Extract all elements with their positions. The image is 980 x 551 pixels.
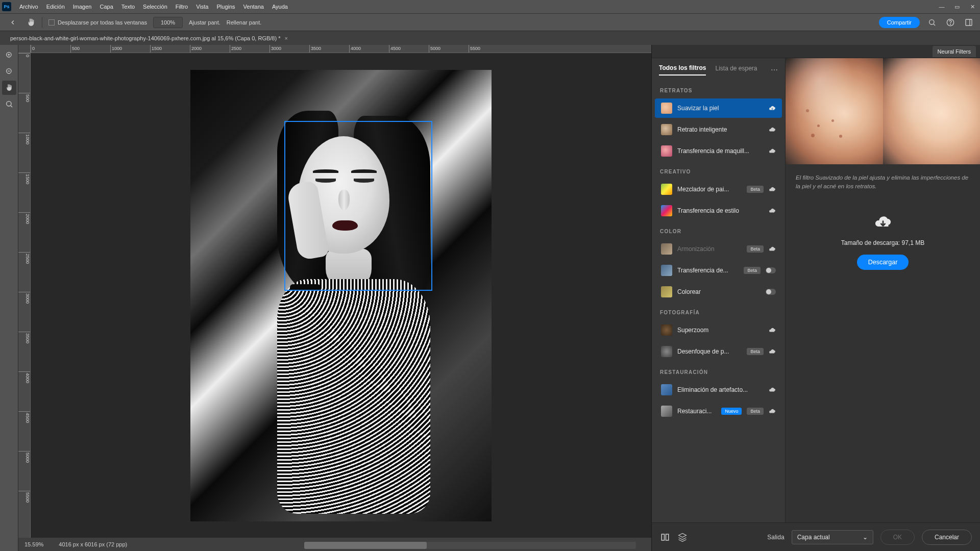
cloud-download-icon[interactable]	[769, 126, 776, 133]
canvas-area[interactable]: 0500100015002000250030003500400045005000…	[18, 45, 651, 551]
menu-edicion[interactable]: Edición	[42, 2, 69, 12]
help-icon[interactable]	[944, 16, 957, 29]
filter-transferencia-color[interactable]: Transferencia de... Beta	[655, 261, 782, 280]
svg-rect-4	[966, 19, 972, 26]
preview-before	[786, 58, 883, 164]
cancel-button[interactable]: Cancelar	[922, 530, 972, 545]
document-title: person-black-and-white-girl-woman-white-…	[10, 35, 281, 41]
cloud-download-icon[interactable]	[769, 327, 776, 334]
cloud-download-icon[interactable]	[769, 207, 776, 214]
filter-detail-column: El filtro Suavizado de la piel ajusta y …	[786, 58, 980, 522]
section-fotografia: FOTOGRAFÍA	[652, 303, 785, 319]
layers-icon[interactable]	[677, 532, 688, 542]
cloud-download-icon[interactable]	[769, 245, 776, 253]
filter-suavizar-piel[interactable]: Suavizar la piel	[655, 98, 782, 118]
menu-ventana[interactable]: Ventana	[239, 2, 268, 12]
beta-badge: Beta	[747, 186, 764, 193]
fit-screen-button[interactable]: Ajustar pant.	[189, 19, 220, 26]
filter-toggle[interactable]	[766, 267, 776, 273]
menu-seleccion[interactable]: Selección	[139, 2, 172, 12]
menu-archivo[interactable]: Archivo	[15, 2, 42, 12]
filter-mezclador-paisajes[interactable]: Mezclador de pai... Beta	[655, 180, 782, 199]
vertical-ruler: 0500100015002000250030003500400045005000…	[18, 53, 31, 538]
filter-description: El filtro Suavizado de la piel ajusta y …	[786, 164, 980, 195]
close-button[interactable]: ✕	[965, 1, 980, 13]
menu-vista[interactable]: Vista	[192, 2, 212, 12]
nuevo-badge: Nuevo	[721, 408, 742, 415]
before-after-preview	[786, 58, 980, 164]
section-restauracion: RESTAURACIÓN	[652, 362, 785, 379]
minimize-button[interactable]: —	[934, 1, 949, 13]
document-canvas[interactable]	[190, 70, 492, 521]
menu-texto[interactable]: Texto	[117, 2, 139, 12]
tool-strip	[0, 45, 18, 551]
hand-tool-icon	[27, 18, 36, 27]
filter-superzoom[interactable]: Superzoom	[655, 320, 782, 340]
filter-armonizacion[interactable]: Armonización Beta	[655, 239, 782, 259]
cloud-download-icon[interactable]	[769, 147, 776, 155]
ok-button[interactable]: OK	[880, 530, 915, 545]
filter-thumbnail	[661, 103, 672, 114]
horizontal-scrollbar[interactable]	[304, 542, 636, 549]
filter-retrato-inteligente[interactable]: Retrato inteligente	[655, 120, 782, 139]
chevron-down-icon: ⌄	[863, 534, 868, 541]
maximize-button[interactable]: ▭	[949, 1, 965, 13]
search-icon[interactable]	[926, 16, 938, 29]
options-bar: Desplazarse por todas las ventanas 100% …	[0, 13, 980, 31]
svg-rect-14	[666, 534, 669, 540]
compare-icon[interactable]	[660, 532, 670, 542]
filter-transferencia-estilo[interactable]: Transferencia de estilo	[655, 201, 782, 220]
panel-title-tab[interactable]: Neural Filters	[933, 46, 976, 57]
menu-filtro[interactable]: Filtro	[172, 2, 192, 12]
ruler-corner	[18, 45, 31, 53]
svg-line-1	[934, 24, 935, 26]
horizontal-ruler: 0500100015002000250030003500400045005000…	[31, 45, 651, 53]
cloud-download-icon[interactable]	[769, 386, 776, 393]
cloud-download-icon[interactable]	[769, 348, 776, 355]
status-bar: 15.59% 4016 px x 6016 px (72 ppp)	[18, 538, 651, 551]
hand-tool[interactable]	[2, 81, 16, 95]
app-icon: Ps	[2, 2, 11, 11]
zoom-out-tool[interactable]	[2, 64, 16, 79]
neural-filters-panel: Neural Filters Todos los filtros Lista d…	[651, 45, 980, 551]
zoom-100-button[interactable]: 100%	[153, 17, 183, 28]
scroll-all-label: Desplazarse por todas las ventanas	[58, 19, 147, 26]
beta-badge: Beta	[747, 408, 764, 415]
filter-toggle[interactable]	[766, 289, 776, 295]
menu-imagen[interactable]: Imagen	[69, 2, 96, 12]
home-back-button[interactable]	[5, 17, 20, 28]
document-tab[interactable]: person-black-and-white-girl-woman-white-…	[5, 33, 293, 43]
filter-transferencia-maquillaje[interactable]: Transferencia de maquill...	[655, 141, 782, 161]
filter-restauracion-foto[interactable]: Restauraci... Nuevo Beta	[655, 402, 782, 421]
menu-ayuda[interactable]: Ayuda	[268, 2, 292, 12]
filter-colorear[interactable]: Colorear	[655, 282, 782, 302]
svg-point-11	[6, 102, 11, 106]
download-size-label: Tamaño de descarga: 97,1 MB	[841, 239, 924, 246]
tab-waitlist[interactable]: Lista de espera	[715, 65, 757, 75]
zoom-in-tool[interactable]	[2, 48, 16, 62]
fill-screen-button[interactable]: Rellenar pant.	[227, 19, 262, 26]
zoom-tool[interactable]	[2, 97, 16, 111]
download-button[interactable]: Descargar	[857, 255, 909, 270]
output-select[interactable]: Capa actual ⌄	[792, 530, 873, 544]
tab-all-filters[interactable]: Todos los filtros	[659, 64, 706, 76]
cloud-download-icon[interactable]	[769, 105, 776, 112]
cloud-download-icon[interactable]	[769, 408, 776, 415]
more-options-icon[interactable]: ⋯	[771, 66, 778, 74]
download-cloud-icon	[873, 213, 893, 231]
scroll-all-windows-checkbox[interactable]: Desplazarse por todas las ventanas	[48, 19, 147, 26]
cloud-download-icon[interactable]	[769, 186, 776, 193]
filter-eliminacion-artefactos[interactable]: Eliminación de artefacto...	[655, 380, 782, 399]
tab-close-icon[interactable]: ×	[285, 35, 288, 41]
zoom-level[interactable]: 15.59%	[24, 541, 43, 547]
beta-badge: Beta	[747, 348, 764, 355]
svg-line-12	[11, 106, 12, 107]
beta-badge: Beta	[747, 245, 764, 253]
document-tab-bar: person-black-and-white-girl-woman-white-…	[0, 31, 980, 45]
filter-desenfoque-profundidad[interactable]: Desenfoque de p... Beta	[655, 342, 782, 361]
section-color: COLOR	[652, 221, 785, 238]
workspace-icon[interactable]	[963, 16, 975, 29]
menu-plugins[interactable]: Plugins	[212, 2, 239, 12]
menu-capa[interactable]: Capa	[95, 2, 117, 12]
share-button[interactable]: Compartir	[879, 17, 920, 28]
